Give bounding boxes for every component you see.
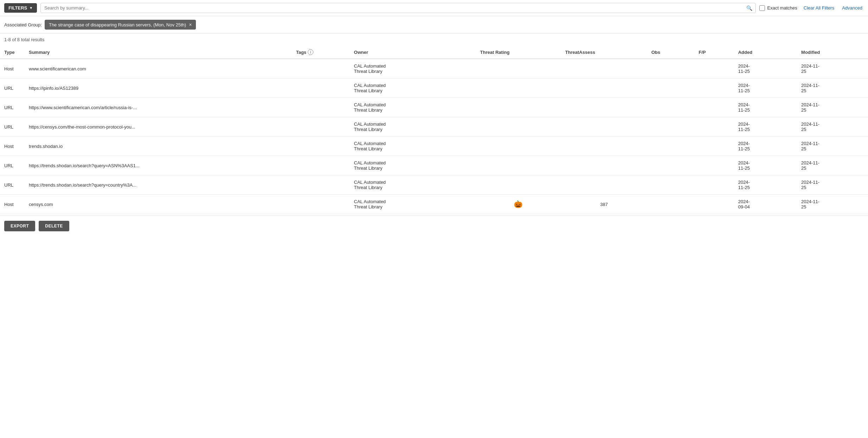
col-header-threat-rating: Threat Rating: [476, 46, 561, 59]
filter-tags-bar: Associated Group: The strange case of di…: [0, 16, 868, 33]
search-wrap: 🔍: [40, 3, 756, 13]
table-row: Hosttrends.shodan.ioCAL Automated Threat…: [0, 137, 868, 156]
tags-info-icon[interactable]: i: [308, 49, 313, 55]
exact-matches-wrap: Exact matches: [759, 5, 797, 11]
clear-all-filters-button[interactable]: Clear All Filters: [801, 5, 837, 11]
table-row: Hostcensys.comCAL Automated Threat Libra…: [0, 195, 868, 214]
exact-matches-checkbox[interactable]: [759, 5, 765, 11]
results-count: 1-8 of 8 total results: [0, 33, 868, 46]
table-body: Hostwww.scientificamerican.comCAL Automa…: [0, 59, 868, 214]
col-header-threat-assess: ThreatAssess: [561, 46, 647, 59]
delete-button[interactable]: DELETE: [39, 221, 69, 231]
col-header-obs: Obs: [647, 46, 695, 59]
filter-prefix-label: Associated Group:: [4, 22, 42, 27]
results-table-container: Type Summary Tags i Owner Threat Rating: [0, 46, 868, 214]
table-row: URLhttps://ipinfo.io/AS12389CAL Automate…: [0, 79, 868, 98]
table-row: URLhttps://trends.shodan.io/search?query…: [0, 175, 868, 195]
table-row: URLhttps://trends.shodan.io/search?query…: [0, 156, 868, 175]
col-header-modified: Modified: [797, 46, 868, 59]
table-row: Hostwww.scientificamerican.comCAL Automa…: [0, 59, 868, 79]
top-bar: FILTERS ▼ 🔍 Exact matches Clear All Filt…: [0, 0, 868, 16]
filters-button[interactable]: FILTERS ▼: [4, 3, 37, 13]
filters-label: FILTERS: [8, 5, 27, 11]
chevron-down-icon: ▼: [29, 6, 33, 10]
col-header-fp: F/P: [695, 46, 734, 59]
col-header-owner: Owner: [350, 46, 476, 59]
search-icon: 🔍: [746, 5, 752, 11]
col-header-added: Added: [734, 46, 797, 59]
exact-matches-label: Exact matches: [767, 5, 797, 11]
table-row: URLhttps://www.scientificamerican.com/ar…: [0, 98, 868, 117]
table-row: URLhttps://censys.com/the-most-common-pr…: [0, 117, 868, 137]
col-header-type: Type: [0, 46, 25, 59]
filter-tag-text: The strange case of disappearing Russian…: [49, 22, 186, 27]
filter-tag: The strange case of disappearing Russian…: [45, 20, 196, 30]
table-header-row: Type Summary Tags i Owner Threat Rating: [0, 46, 868, 59]
results-table: Type Summary Tags i Owner Threat Rating: [0, 46, 868, 214]
export-button[interactable]: EXPORT: [4, 221, 35, 231]
col-header-summary: Summary: [25, 46, 292, 59]
bottom-bar: EXPORT DELETE: [0, 215, 868, 236]
filter-tag-close-icon[interactable]: ×: [189, 22, 192, 27]
col-header-tags: Tags i: [292, 46, 350, 59]
search-input[interactable]: [40, 3, 756, 13]
advanced-button[interactable]: Advanced: [841, 5, 864, 11]
